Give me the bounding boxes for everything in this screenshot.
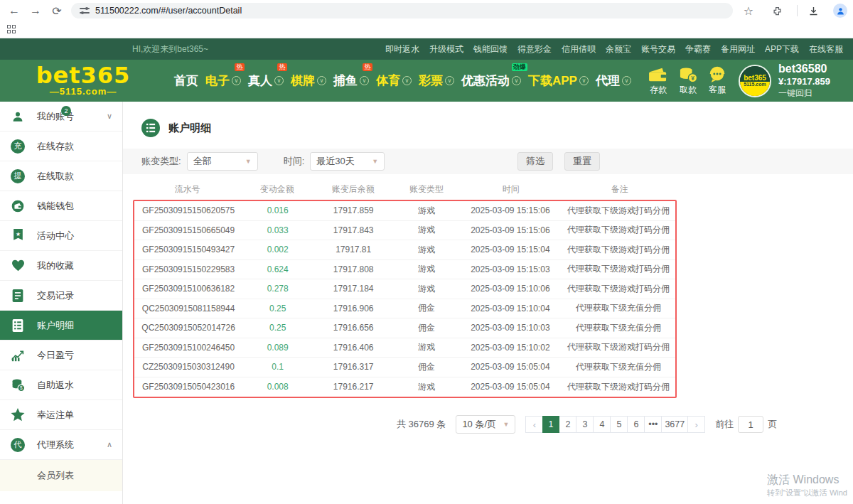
coins-icon: $ <box>10 377 26 393</box>
deposit-icon: 充 <box>10 139 26 154</box>
back-icon[interactable]: ← <box>6 2 23 19</box>
top-link[interactable]: 在线客服 <box>809 43 843 55</box>
sidebar: 我的账号 2 ∨ 充 在线存款 提 在线取款 钱能钱包 ★ <box>0 102 123 504</box>
goto-label: 前往 <box>715 418 734 431</box>
goto-page-input[interactable] <box>738 416 763 433</box>
nav-sports[interactable]: 体育 ∨ <box>374 73 414 89</box>
top-link[interactable]: 即时返水 <box>385 43 419 55</box>
site-info-icon[interactable] <box>80 6 90 15</box>
sidebar-item-transaction-records[interactable]: 交易记录 <box>0 281 122 311</box>
apps-grid-icon[interactable] <box>7 25 16 34</box>
top-link[interactable]: 账号交易 <box>641 43 675 55</box>
chevron-down-icon: ▼ <box>245 158 252 165</box>
page-button[interactable]: 2 <box>559 416 576 433</box>
page-button[interactable]: 6 <box>628 416 645 433</box>
highlight-red-box: GF250309151506205750.01617917.859游戏2025-… <box>133 200 677 398</box>
sidebar-item-wallet[interactable]: 钱能钱包 <box>0 191 122 221</box>
type-filter-select[interactable]: 全部 ▼ <box>187 152 258 171</box>
award-icon: ★ <box>10 228 26 244</box>
page-button[interactable]: 4 <box>594 416 611 433</box>
per-page-select[interactable]: 10 条/页 ▼ <box>456 415 515 434</box>
sidebar-item-lucky-bets[interactable]: 幸运注单 <box>0 400 122 430</box>
page-button[interactable]: 3677 <box>662 416 688 433</box>
table-row: CZ250309150303124900.117916.317佣金2025-03… <box>134 358 675 377</box>
table-icon <box>10 318 26 333</box>
heart-icon <box>10 258 26 274</box>
nav-home[interactable]: 首页 <box>172 73 200 89</box>
sidebar-subitem-member-list[interactable]: 会员列表 <box>0 460 122 491</box>
table-header-row: 流水号 变动金额 账变后余额 账变类型 时间 备注 <box>133 178 677 200</box>
sidebar-item-today-profit[interactable]: 今日盈亏 <box>0 341 122 370</box>
filter-button[interactable]: 筛选 <box>517 152 553 171</box>
nav-chess[interactable]: 棋牌 ∨ <box>289 73 328 89</box>
top-link[interactable]: 备用网址 <box>721 43 755 55</box>
hot-badge: 热 <box>235 63 245 71</box>
nav-download-app[interactable]: 下载APP ∨ <box>526 73 591 89</box>
site-badge-logo[interactable]: bet365 5115.com <box>739 65 771 97</box>
site-logo[interactable]: bet365 —5115.com— <box>30 65 136 97</box>
hot-badge: 热 <box>363 63 372 71</box>
top-link[interactable]: APP下载 <box>765 43 799 55</box>
filter-bar: 账变类型: 全部 ▼ 时间: 最近30天 ▼ 筛选 重置 <box>123 149 853 174</box>
top-link[interactable]: 争霸赛 <box>685 43 711 55</box>
svg-text:★: ★ <box>15 231 20 237</box>
prev-page-button[interactable]: ‹ <box>525 416 542 433</box>
agent-icon: 代 <box>10 437 26 453</box>
sidebar-item-account-detail[interactable]: 账户明细 <box>0 311 122 341</box>
customer-service-button[interactable]: 客服 <box>707 66 727 96</box>
forward-icon[interactable]: → <box>27 2 44 19</box>
top-link[interactable]: 钱能回馈 <box>473 43 508 55</box>
nav-slots[interactable]: 热 电子 ∨ <box>203 73 243 89</box>
sidebar-item-agent-system[interactable]: 代 代理系统 ∧ <box>0 430 122 460</box>
download-icon[interactable] <box>805 2 822 19</box>
svg-text:¥: ¥ <box>691 74 694 81</box>
top-link[interactable]: 信用借呗 <box>562 43 596 55</box>
header-actions: 存款 ¥ 取款 <box>648 66 727 96</box>
top-links: 即时返水 升级模式 钱能回馈 得意彩金 信用借呗 余额宝 账号交易 争霸赛 备用… <box>385 43 843 55</box>
nav-live[interactable]: 热 真人 ∨ <box>246 73 286 89</box>
page-ellipsis[interactable]: ••• <box>645 416 662 433</box>
chevron-down-icon: ∨ <box>445 76 454 85</box>
screen: ← → ⟳ 511500222.com/#/user/accountDetail… <box>0 0 853 504</box>
chevron-down-icon: ∨ <box>107 112 112 121</box>
profile-avatar-icon[interactable] <box>833 4 847 18</box>
time-filter-select[interactable]: 最近30天 ▼ <box>310 152 385 171</box>
sidebar-item-online-withdraw[interactable]: 提 在线取款 <box>0 161 122 191</box>
windows-activation-watermark: 激活 Windows 转到"设置"以激活 Wind <box>767 473 847 498</box>
deposit-button[interactable]: 存款 <box>648 66 669 96</box>
page-button[interactable]: 3 <box>576 416 594 433</box>
reload-icon[interactable]: ⟳ <box>48 2 65 19</box>
nav-agent[interactable]: 代理 ∨ <box>594 73 633 89</box>
top-link[interactable]: 得意彩金 <box>517 43 552 55</box>
top-strip: HI,欢迎来到bet365~ 即时返水 升级模式 钱能回馈 得意彩金 信用借呗 … <box>0 38 853 60</box>
page-button[interactable]: 5 <box>611 416 628 433</box>
top-link[interactable]: 升级模式 <box>429 43 463 55</box>
nav-lottery[interactable]: 彩票 ∨ <box>417 73 456 89</box>
sidebar-item-self-rebate[interactable]: $ 自助返水 <box>0 370 122 400</box>
address-bar[interactable]: 511500222.com/#/user/accountDetail <box>71 3 733 18</box>
bookmark-star-icon[interactable]: ☆ <box>740 2 757 19</box>
sidebar-item-activity-center[interactable]: ★ 活动中心 <box>0 221 122 251</box>
chevron-down-icon: ∨ <box>622 76 631 85</box>
withdraw-button[interactable]: ¥ 取款 <box>677 66 699 96</box>
coins-icon: ¥ <box>677 66 699 83</box>
sidebar-item-my-account[interactable]: 我的账号 2 ∨ <box>0 102 122 132</box>
next-page-button[interactable]: › <box>688 416 705 433</box>
sidebar-item-favorites[interactable]: 我的收藏 <box>0 251 122 281</box>
reset-button[interactable]: 重置 <box>564 152 600 171</box>
browser-toolbar: ← → ⟳ 511500222.com/#/user/accountDetail… <box>0 0 853 21</box>
chevron-down-icon: ∨ <box>402 76 412 85</box>
one-key-return-link[interactable]: 一键回归 <box>778 87 830 99</box>
page-button[interactable]: 1 <box>542 416 559 433</box>
nav-fishing[interactable]: 热 捕鱼 ∨ <box>331 73 371 89</box>
url-text[interactable]: 511500222.com/#/user/accountDetail <box>95 6 242 16</box>
chevron-down-icon: ▼ <box>503 421 509 428</box>
nav-promotions[interactable]: 劲爆 优惠活动 ∨ <box>459 73 523 89</box>
divider <box>797 5 798 16</box>
sidebar-item-online-deposit[interactable]: 充 在线存款 <box>0 132 122 161</box>
chevron-down-icon: ∨ <box>274 76 284 85</box>
table-row: QC250309150811589440.2517916.906佣金2025-0… <box>134 299 675 319</box>
top-link[interactable]: 余额宝 <box>606 43 631 55</box>
extensions-icon[interactable] <box>768 2 785 19</box>
account-detail-table: 流水号 变动金额 账变后余额 账变类型 时间 备注 GF250309151506… <box>133 178 677 398</box>
